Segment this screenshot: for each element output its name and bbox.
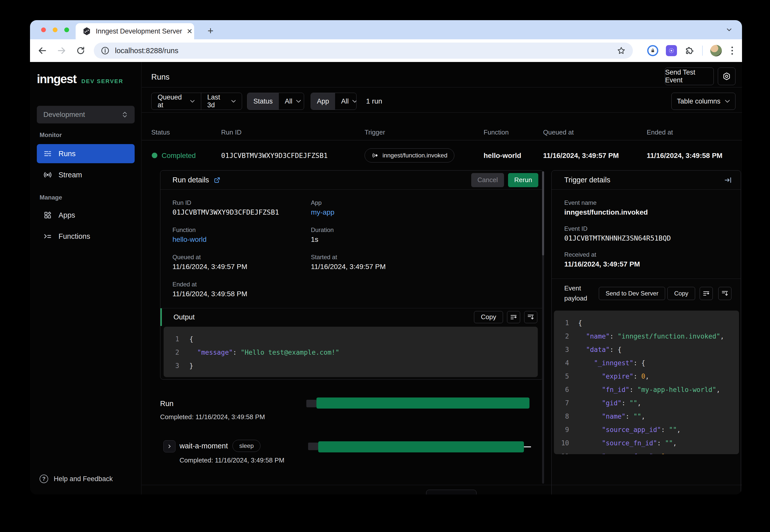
col-header-run-id[interactable]: Run ID: [221, 128, 242, 136]
queued-value: 11/16/2024, 3:49:57 PM: [172, 263, 247, 271]
tab-close-icon[interactable]: ✕: [186, 27, 192, 36]
stream-icon: [43, 171, 52, 179]
main-content: Runs Send Test Event Queued at Last 3d: [142, 62, 742, 494]
chevron-down-icon: [190, 100, 195, 103]
site-info-icon[interactable]: [101, 46, 109, 55]
time-filter-group: Queued at Last 3d: [151, 93, 242, 110]
select-updown-icon: [121, 111, 128, 118]
expand-step-button[interactable]: [163, 440, 175, 452]
app-filter-value[interactable]: All: [335, 93, 357, 110]
code-line: 10 "source_fn_id": "",: [554, 436, 739, 450]
sidebar-item-label: Stream: [58, 171, 82, 179]
copy-payload-button[interactable]: Copy: [667, 287, 695, 300]
minimize-window-button[interactable]: [53, 27, 57, 32]
close-window-button[interactable]: [41, 27, 46, 32]
rerun-button[interactable]: Rerun: [508, 173, 538, 187]
scroll-to-bottom-icon[interactable]: [718, 287, 731, 300]
line-number: 2: [554, 333, 569, 340]
browser-tab-strip: Inngest Development Server ✕ +: [30, 20, 742, 39]
chevron-down-icon: [231, 100, 236, 103]
col-header-status[interactable]: Status: [151, 128, 170, 136]
extensions-puzzle-icon[interactable]: [685, 46, 695, 56]
word-wrap-icon[interactable]: [700, 287, 713, 300]
app-link[interactable]: my-app: [311, 208, 334, 216]
browser-tab[interactable]: Inngest Development Server ✕: [76, 23, 194, 39]
environment-select-value: Development: [43, 111, 121, 119]
send-test-event-button[interactable]: Send Test Event: [665, 68, 714, 85]
function-link[interactable]: hello-world: [172, 236, 207, 244]
field-label: App: [311, 199, 322, 206]
code-line: 6 "fn_id": "my-app-hello-world",: [554, 383, 739, 396]
step-progress-bar[interactable]: [318, 441, 524, 452]
line-number: 3: [554, 346, 569, 353]
back-icon[interactable]: [36, 44, 49, 57]
sidebar-item-stream[interactable]: Stream: [37, 165, 135, 184]
browser-extension-icon[interactable]: [666, 45, 677, 56]
timeline-run-label[interactable]: Run: [160, 400, 173, 408]
bookmark-star-icon[interactable]: [617, 46, 626, 55]
chevron-down-icon: [725, 100, 730, 103]
profile-avatar[interactable]: [710, 45, 722, 56]
ended-value: 11/16/2024, 3:49:58 PM: [172, 290, 247, 298]
col-header-queued-at[interactable]: Queued at: [543, 128, 573, 136]
event-payload-code-block[interactable]: 1{2 "name": "inngest/function.invoked",3…: [554, 311, 739, 454]
copy-output-button[interactable]: Copy: [474, 311, 503, 323]
scroll-to-bottom-icon[interactable]: [524, 311, 537, 323]
send-to-dev-server-button[interactable]: Send to Dev Server: [599, 287, 665, 300]
run-progress-bar[interactable]: [316, 397, 529, 409]
line-number: 1: [554, 319, 569, 327]
run-details-panel: Run details Cancel Rerun Run ID 01JCVBTM…: [160, 170, 543, 380]
col-header-function[interactable]: Function: [483, 128, 509, 136]
ended-at-cell: 11/16/2024, 3:49:58 PM: [647, 152, 722, 160]
settings-button[interactable]: [718, 68, 735, 85]
tab-title: Inngest Development Server: [96, 27, 182, 35]
time-range-filter[interactable]: Last 3d: [201, 93, 242, 110]
browser-menu-icon[interactable]: [729, 47, 735, 55]
reload-icon[interactable]: [74, 44, 87, 57]
line-number: 3: [163, 362, 179, 370]
line-number: 11: [554, 453, 569, 454]
help-and-feedback[interactable]: ? Help and Feedback: [40, 475, 113, 483]
col-header-trigger[interactable]: Trigger: [365, 128, 385, 136]
step-name[interactable]: wait-a-moment: [179, 442, 228, 450]
word-wrap-icon[interactable]: [507, 311, 520, 323]
code-line: 2 "message": "Hello test@example.com!": [163, 346, 538, 359]
url-text[interactable]: localhost:8288/runs: [115, 47, 611, 55]
sidebar-item-label: Apps: [58, 211, 75, 219]
output-title: Output: [173, 313, 195, 321]
code-line: 1{: [554, 316, 739, 329]
field-label: Function: [172, 226, 196, 234]
zoom-window-button[interactable]: [64, 27, 69, 32]
app-filter-group: App All: [311, 93, 357, 110]
new-tab-button[interactable]: +: [204, 24, 218, 38]
trigger-badge[interactable]: inngest/function.invoked: [365, 148, 454, 162]
page-title: Runs: [151, 73, 169, 82]
table-columns-button[interactable]: Table columns: [672, 93, 735, 110]
status-filter-value[interactable]: All: [279, 93, 304, 110]
field-label: Queued at: [172, 254, 201, 261]
time-field-filter[interactable]: Queued at: [151, 93, 201, 110]
line-number: 7: [554, 399, 569, 407]
event-pulse-icon: [371, 152, 379, 159]
sidebar-item-apps[interactable]: Apps: [37, 206, 135, 225]
col-header-ended-at[interactable]: Ended at: [647, 128, 673, 136]
external-link-icon[interactable]: [214, 177, 221, 184]
sidebar-item-runs[interactable]: Runs: [37, 144, 135, 163]
cancel-button[interactable]: Cancel: [471, 173, 504, 187]
url-bar[interactable]: localhost:8288/runs: [94, 43, 633, 59]
tab-search-chevron-icon[interactable]: [725, 26, 733, 33]
favicon: [82, 27, 91, 36]
sidebar-item-functions[interactable]: Functions: [37, 227, 135, 246]
environment-select[interactable]: Development: [37, 106, 135, 123]
timeline-zoom-button[interactable]: [426, 490, 476, 494]
forward-icon[interactable]: [55, 44, 68, 57]
inngest-app: inngest DEV SERVER Development Monitor R…: [30, 62, 742, 494]
line-number: 1: [163, 335, 179, 343]
code-line: 7 "gid": "",: [554, 396, 739, 410]
output-code-block[interactable]: 1{2 "message": "Hello test@example.com!"…: [163, 327, 538, 377]
dev-server-badge: DEV SERVER: [81, 78, 123, 85]
collapse-panel-icon[interactable]: [724, 176, 732, 184]
event-name-value: inngest/function.invoked: [564, 208, 648, 216]
details-scrollbar-thumb[interactable]: [542, 171, 544, 255]
password-manager-extension-icon[interactable]: [647, 45, 658, 56]
